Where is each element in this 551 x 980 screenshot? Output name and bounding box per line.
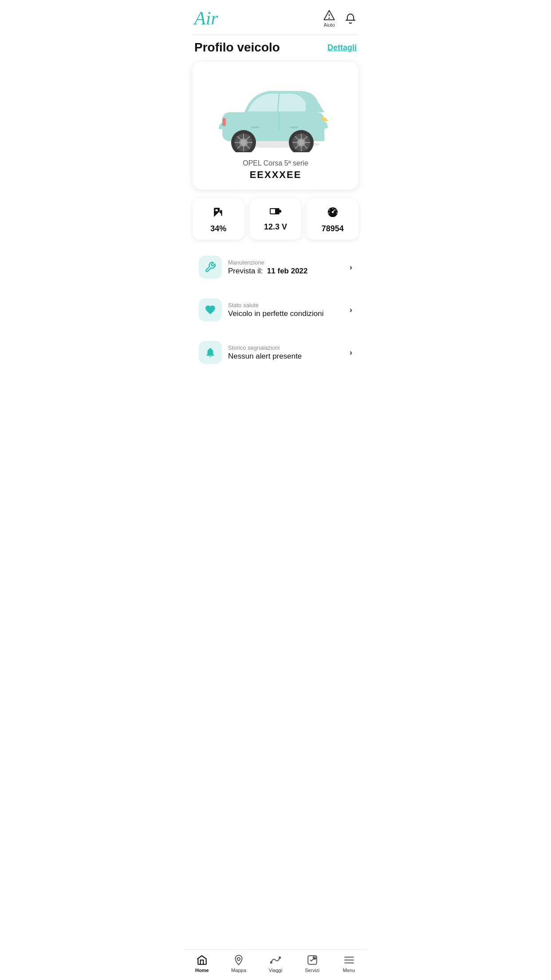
speedometer-icon — [327, 206, 338, 221]
svg-point-41 — [237, 958, 240, 961]
fuel-icon — [213, 206, 224, 221]
maintenance-label: Manutenzione — [228, 259, 350, 266]
odometer-stat-card[interactable]: 78954 — [307, 198, 358, 240]
svg-text:%: % — [313, 957, 315, 960]
page-title: Profilo veicolo — [194, 40, 280, 55]
wrench-icon — [205, 261, 216, 273]
app-header: Air Aiuto — [184, 0, 367, 35]
app-logo: Air — [194, 9, 218, 28]
nav-menu-label: Menu — [343, 968, 355, 973]
car-card: OPEL Corsa 5ª serie EEXXXEE — [193, 62, 358, 190]
maintenance-item[interactable]: Manutenzione Prevista il: 11 feb 2022 › — [193, 249, 358, 286]
bell-alerts-icon — [205, 347, 216, 358]
bottom-nav: Home Mappa Viaggi % Servizi Menu — [184, 949, 367, 980]
svg-rect-7 — [290, 126, 298, 128]
services-icon: % — [307, 954, 318, 966]
svg-rect-26 — [216, 209, 218, 211]
car-plate: EEXXXEE — [250, 169, 302, 181]
alerts-chevron: › — [350, 348, 352, 357]
health-icon-wrap — [199, 298, 222, 321]
health-value: Veicolo in perfette condizioni — [228, 309, 350, 318]
nav-home-label: Home — [195, 968, 209, 973]
health-text: Stato salute Veicolo in perfette condizi… — [228, 302, 350, 318]
alerts-item[interactable]: Storico segnalazioni Nessun alert presen… — [193, 334, 358, 371]
battery-value: 12.3 V — [264, 222, 287, 232]
maintenance-text: Manutenzione Prevista il: 11 feb 2022 — [228, 259, 350, 276]
svg-rect-9 — [222, 118, 226, 126]
svg-line-39 — [328, 213, 329, 213]
help-button[interactable]: Aiuto — [323, 9, 335, 28]
fuel-value: 34% — [210, 224, 226, 233]
triangle-alert-icon — [323, 9, 335, 21]
maintenance-icon-wrap — [199, 256, 222, 279]
svg-line-40 — [336, 213, 337, 213]
nav-home[interactable]: Home — [189, 954, 215, 973]
stats-row: 34% 12.3 V — [184, 190, 367, 243]
header-icons: Aiuto — [323, 9, 357, 28]
menu-icon — [343, 954, 355, 966]
maintenance-chevron: › — [350, 263, 352, 272]
svg-point-25 — [240, 139, 247, 146]
alerts-value: Nessun alert presente — [228, 352, 350, 361]
nav-map-label: Mappa — [231, 968, 246, 973]
svg-rect-8 — [251, 126, 259, 128]
alerts-text: Storico segnalazioni Nessun alert presen… — [228, 344, 350, 361]
svg-point-43 — [279, 957, 280, 958]
nav-menu[interactable]: Menu — [336, 954, 362, 973]
svg-rect-29 — [271, 209, 275, 213]
car-svg — [205, 72, 346, 152]
nav-trips-label: Viaggi — [269, 968, 282, 973]
notification-button[interactable] — [344, 12, 357, 24]
battery-icon — [269, 206, 282, 219]
home-icon — [196, 954, 208, 966]
detail-link[interactable]: Dettagli — [327, 43, 357, 52]
svg-point-17 — [298, 139, 304, 146]
nav-services-label: Servizi — [305, 968, 319, 973]
nav-map[interactable]: Mappa — [225, 954, 252, 973]
fuel-stat-card[interactable]: 34% — [193, 198, 244, 240]
alerts-label: Storico segnalazioni — [228, 344, 350, 351]
nav-trips[interactable]: Viaggi — [262, 954, 289, 973]
help-label: Aiuto — [323, 22, 335, 28]
odometer-value: 78954 — [322, 224, 344, 233]
car-image — [205, 72, 346, 152]
alerts-icon-wrap — [199, 341, 222, 364]
health-item[interactable]: Stato salute Veicolo in perfette condizi… — [193, 291, 358, 328]
section-header: Profilo veicolo Dettagli — [184, 35, 367, 62]
svg-rect-28 — [279, 210, 281, 213]
health-label: Stato salute — [228, 302, 350, 308]
svg-point-42 — [271, 962, 272, 963]
battery-stat-card[interactable]: 12.3 V — [250, 198, 302, 240]
car-illustration — [205, 72, 346, 152]
bell-header-icon — [344, 12, 357, 24]
car-model: OPEL Corsa 5ª serie — [243, 159, 308, 167]
trips-icon — [270, 954, 281, 966]
info-list: Manutenzione Prevista il: 11 feb 2022 › … — [184, 243, 367, 376]
maintenance-value: Prevista il: 11 feb 2022 — [228, 267, 350, 276]
health-chevron: › — [350, 305, 352, 315]
heart-icon — [205, 304, 216, 316]
nav-services[interactable]: % Servizi — [299, 954, 326, 973]
svg-point-2 — [329, 18, 329, 18]
map-icon — [233, 954, 244, 966]
